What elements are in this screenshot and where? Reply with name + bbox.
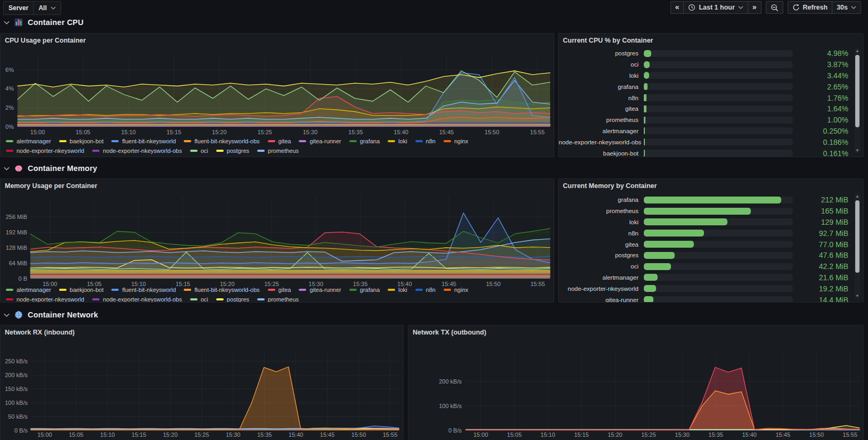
- gauge-value: 1.00%: [793, 116, 863, 124]
- panel-title[interactable]: Network RX (inbound): [5, 329, 75, 336]
- legend-item-gitea-runner[interactable]: gitea-runner: [299, 287, 341, 293]
- panel-title[interactable]: Memory Usage per Container: [5, 182, 97, 190]
- gauge-value: 212 MiB: [793, 195, 863, 204]
- legend-swatch-icon: [349, 289, 357, 291]
- gauge-track: [644, 117, 793, 124]
- legend-item-loki[interactable]: loki: [388, 138, 407, 144]
- legend-item-nginx[interactable]: nginx: [444, 138, 468, 144]
- gauge-track: [644, 72, 793, 79]
- legend-label: postgres: [227, 148, 249, 154]
- legend-item-gitea-runner[interactable]: gitea-runner: [299, 138, 341, 144]
- legend-swatch-icon: [415, 140, 423, 142]
- legend-item-n8n[interactable]: n8n: [415, 287, 436, 293]
- legend-item-baekjoon-bot[interactable]: baekjoon-bot: [59, 138, 104, 144]
- memory-usage-chart[interactable]: 0 B64 MiB128 MiB192 MiB256 MiB15:0015:05…: [1, 179, 554, 302]
- legend-item-alertmanager[interactable]: alertmanager: [6, 138, 51, 144]
- legend-swatch-icon: [299, 289, 306, 291]
- series-area-fluent-bit-nkeysworld-obs: [31, 367, 399, 431]
- refresh-button[interactable]: Refresh: [788, 1, 833, 14]
- x-axis-tick-label: 15:10: [541, 431, 555, 438]
- legend-swatch-icon: [6, 140, 13, 142]
- x-axis-tick-label: 15:00: [473, 431, 488, 438]
- gauge-value: 3.87%: [793, 60, 863, 69]
- series-area-fluent-bit-nkeysworld-obs: [466, 391, 859, 430]
- gauge-bar: [644, 72, 649, 79]
- grafana-dashboard: Server All « Last 1 hour »: [0, 0, 868, 440]
- panel-title[interactable]: Network TX (outbound): [413, 329, 486, 336]
- legend-item-grafana[interactable]: grafana: [349, 287, 380, 293]
- legend-item-node-exporter-nkeysworld[interactable]: node-exporter-nkeysworld: [6, 296, 84, 303]
- gauge-value: 21.6 MiB: [793, 273, 863, 282]
- section-row-network[interactable]: Container Network: [4, 309, 98, 321]
- legend-item-postgres[interactable]: postgres: [216, 148, 249, 154]
- legend-item-oci[interactable]: oci: [190, 148, 208, 154]
- gauge-row-label: prometheus: [559, 117, 644, 123]
- series-area-gitea: [466, 368, 859, 431]
- legend-item-loki[interactable]: loki: [388, 287, 407, 293]
- legend-item-baekjoon-bot[interactable]: baekjoon-bot: [59, 287, 104, 293]
- legend-item-node-exporter-nkeysworld-obs[interactable]: node-exporter-nkeysworld-obs: [92, 296, 182, 303]
- scrollbar[interactable]: ▲ ▼: [854, 48, 861, 154]
- gauge-track: [644, 50, 793, 57]
- section-row-cpu[interactable]: Container CPU: [4, 17, 84, 28]
- panel-title[interactable]: Current Memory by Container: [563, 182, 657, 190]
- legend-swatch-icon: [257, 298, 265, 300]
- gauge-row-baekjoon-bot: baekjoon-bot0.161%: [559, 148, 863, 157]
- refresh-interval-dropdown[interactable]: 30s: [832, 1, 861, 14]
- scroll-down-icon[interactable]: ▼: [854, 294, 861, 299]
- scroll-down-icon[interactable]: ▼: [854, 148, 861, 153]
- legend-item-grafana[interactable]: grafana: [349, 138, 380, 144]
- panel-title[interactable]: Current CPU % by Container: [563, 37, 653, 44]
- legend-swatch-icon: [184, 140, 191, 142]
- scrollbar-thumb[interactable]: [855, 55, 859, 127]
- legend-swatch-icon: [92, 298, 100, 300]
- legend-item-fluent-bit-nkeysworld-obs[interactable]: fluent-bit-nkeysworld-obs: [184, 138, 259, 144]
- legend-item-nginx[interactable]: nginx: [444, 287, 468, 293]
- network-rx-chart[interactable]: 0 B/s50 kB/s100 kB/s150 kB/s200 kB/s250 …: [1, 325, 403, 440]
- memory-gauge-rows: grafana212 MiBprometheus165 MiBloki129 M…: [559, 194, 863, 303]
- section-title-cpu: Container CPU: [28, 18, 84, 27]
- legend-label: grafana: [360, 138, 380, 144]
- legend-item-n8n[interactable]: n8n: [415, 138, 436, 144]
- zoom-out-button[interactable]: [766, 1, 783, 14]
- time-forward-icon: »: [752, 3, 757, 12]
- legend-item-fluent-bit-nkeysworld[interactable]: fluent-bit-nkeysworld: [111, 287, 176, 293]
- gauge-value: 0.186%: [793, 138, 863, 146]
- legend-item-node-exporter-nkeysworld[interactable]: node-exporter-nkeysworld: [6, 148, 84, 154]
- panel-network-rx: Network RX (inbound) 0 B/s50 kB/s100 kB/…: [0, 325, 404, 440]
- time-shift-back-button[interactable]: «: [670, 1, 684, 14]
- zoom-out-icon: [771, 4, 779, 12]
- scrollbar-thumb[interactable]: [855, 200, 859, 273]
- gauge-track: [644, 197, 793, 203]
- gauge-row-node-exporter-nkeysworld: node-exporter-nkeysworld19.2 MiB: [559, 283, 863, 294]
- legend-item-node-exporter-nkeysworld-obs[interactable]: node-exporter-nkeysworld-obs: [92, 148, 182, 154]
- legend-item-fluent-bit-nkeysworld[interactable]: fluent-bit-nkeysworld: [111, 138, 176, 144]
- section-row-memory[interactable]: Container Memory: [4, 162, 97, 174]
- legend-item-prometheus[interactable]: prometheus: [257, 296, 299, 303]
- time-range-picker[interactable]: Last 1 hour: [683, 1, 748, 14]
- legend-item-oci[interactable]: oci: [190, 296, 208, 303]
- gauge-bar: [644, 105, 646, 112]
- gauge-value: 14.4 MiB: [793, 296, 863, 303]
- gauge-row-label: node-exporter-nkeysworld-obs: [559, 139, 644, 145]
- panel-title[interactable]: CPU Usage per Container: [5, 37, 86, 44]
- network-tx-chart[interactable]: 0 B/s100 kB/s200 kB/s15:0015:0515:1015:1…: [408, 325, 863, 440]
- server-variable-dropdown[interactable]: All: [34, 2, 60, 14]
- scroll-up-icon[interactable]: ▲: [854, 194, 861, 199]
- scroll-up-icon[interactable]: ▲: [854, 48, 861, 54]
- gauge-track: [644, 230, 793, 237]
- gauge-track: [644, 127, 793, 134]
- legend-item-alertmanager[interactable]: alertmanager: [6, 287, 51, 293]
- legend-item-prometheus[interactable]: prometheus: [257, 148, 299, 154]
- legend-item-postgres[interactable]: postgres: [216, 296, 249, 303]
- gauge-row-label: postgres: [559, 252, 644, 258]
- scrollbar[interactable]: ▲ ▼: [854, 193, 861, 299]
- panel-memory-usage: Memory Usage per Container 0 B64 MiB128 …: [0, 178, 554, 303]
- legend-item-fluent-bit-nkeysworld-obs[interactable]: fluent-bit-nkeysworld-obs: [184, 287, 259, 293]
- legend-item-gitea[interactable]: gitea: [268, 138, 291, 144]
- refresh-group: Refresh 30s: [788, 1, 861, 14]
- legend-label: loki: [398, 287, 407, 293]
- legend-swatch-icon: [190, 150, 198, 152]
- legend-item-gitea[interactable]: gitea: [268, 287, 291, 293]
- time-shift-forward-button[interactable]: »: [748, 1, 761, 14]
